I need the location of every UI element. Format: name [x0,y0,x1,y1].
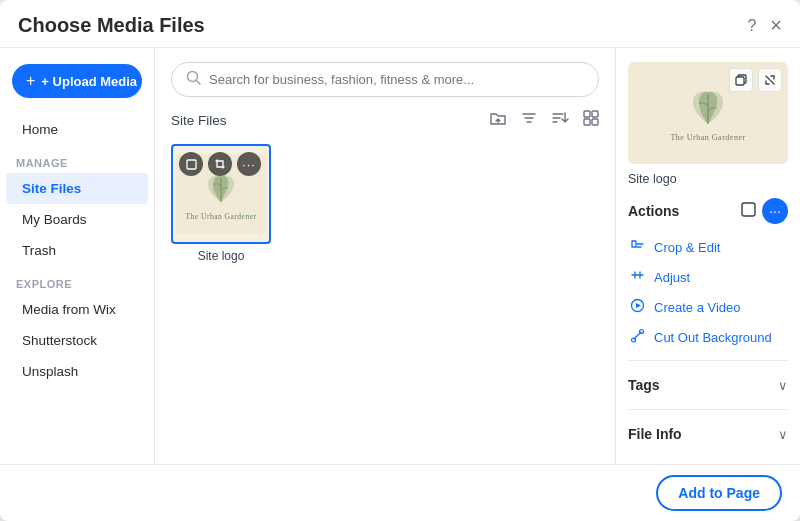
actions-more-button[interactable]: ··· [762,198,788,224]
action-crop-edit[interactable]: Crop & Edit [628,232,788,262]
actions-square-icon[interactable] [741,202,756,220]
sidebar-item-media-from-wix[interactable]: Media from Wix [6,294,148,325]
preview-copy-icon[interactable] [729,68,753,92]
modal-footer: Add to Page [0,464,800,521]
svg-marker-11 [636,303,641,308]
adjust-label: Adjust [654,270,690,285]
files-section-label: Site Files [171,113,227,128]
divider-1 [628,360,788,361]
adjust-icon [628,268,646,286]
thumb-crop-icon[interactable] [208,152,232,176]
svg-rect-5 [592,119,598,125]
preview-label: Site logo [628,172,788,186]
upload-media-button[interactable]: + + Upload Media [12,64,142,98]
main-content: Site Files [155,48,615,464]
site-files-label: Site Files [22,181,81,196]
file-info-label: File Info [628,426,682,442]
media-from-wix-label: Media from Wix [22,302,116,317]
svg-line-1 [197,81,201,85]
divider-2 [628,409,788,410]
tags-chevron-icon: ∨ [778,378,788,393]
thumb-overlay: ··· [173,146,269,182]
crop-edit-icon [628,238,646,256]
help-icon[interactable]: ? [747,17,756,35]
my-boards-label: My Boards [22,212,87,227]
grid-view-icon[interactable] [583,110,599,131]
upload-button-label: + Upload Media [41,74,137,89]
sidebar-item-site-files[interactable]: Site Files [6,173,148,204]
thumb-more-icon[interactable]: ··· [237,152,261,176]
home-label: Home [22,122,58,137]
close-icon[interactable]: × [770,14,782,37]
crop-edit-label: Crop & Edit [654,240,720,255]
svg-point-13 [639,330,643,334]
list-item[interactable]: ··· The Urban G [171,144,271,450]
modal-header: Choose Media Files ? × [0,0,800,48]
trash-label: Trash [22,243,56,258]
preview-logo-text: The Urban Gardener [670,133,745,142]
sidebar-item-home[interactable]: Home [6,114,148,145]
create-video-label: Create a Video [654,300,741,315]
sidebar-item-unsplash[interactable]: Unsplash [6,356,148,387]
tags-section[interactable]: Tags ∨ [628,369,788,401]
sidebar-item-my-boards[interactable]: My Boards [6,204,148,235]
shutterstock-label: Shutterstock [22,333,97,348]
sidebar: + + Upload Media Home MANAGE Site Files … [0,48,155,464]
filter-icon[interactable] [521,110,537,131]
file-thumbnail[interactable]: ··· The Urban G [171,144,271,244]
cut-out-icon [628,328,646,346]
files-toolbar: Site Files [171,109,599,132]
sidebar-item-trash[interactable]: Trash [6,235,148,266]
manage-section-label: MANAGE [0,145,154,173]
preview-expand-icon[interactable] [758,68,782,92]
files-grid: ··· The Urban G [171,144,599,450]
cut-out-background-label: Cut Out Background [654,330,772,345]
preview-box: The Urban Gardener [628,62,788,164]
actions-header-controls: ··· [741,198,788,224]
search-input[interactable] [209,72,584,87]
upload-folder-icon[interactable] [489,109,507,132]
file-item-label: Site logo [198,249,245,263]
thumb-resize-icon[interactable] [179,152,203,176]
svg-rect-6 [187,160,196,169]
upload-plus-icon: + [26,72,35,90]
logo-text: The Urban Gardener [185,212,256,221]
tags-label: Tags [628,377,660,393]
action-create-video[interactable]: Create a Video [628,292,788,322]
search-bar[interactable] [171,62,599,97]
preview-leaf-icon [682,84,734,130]
header-icons: ? × [747,14,782,37]
sidebar-item-shutterstock[interactable]: Shutterstock [6,325,148,356]
svg-rect-8 [736,77,744,85]
svg-rect-9 [742,203,755,216]
sort-icon[interactable] [551,110,569,131]
search-icon [186,70,201,89]
preview-top-actions [729,68,782,92]
svg-rect-2 [584,111,590,117]
svg-rect-3 [592,111,598,117]
media-files-modal: Choose Media Files ? × + + Upload Media … [0,0,800,521]
explore-section-label: EXPLORE [0,266,154,294]
actions-header: Actions ··· [628,198,788,224]
file-info-chevron-icon: ∨ [778,427,788,442]
toolbar-icons [489,109,599,132]
action-adjust[interactable]: Adjust [628,262,788,292]
actions-title: Actions [628,203,679,219]
unsplash-label: Unsplash [22,364,78,379]
file-info-section[interactable]: File Info ∨ [628,418,788,450]
add-to-page-button[interactable]: Add to Page [656,475,782,511]
right-panel: The Urban Gardener Site logo Actions ··· [615,48,800,464]
create-video-icon [628,298,646,316]
action-cut-out-background[interactable]: Cut Out Background [628,322,788,352]
modal-body: + + Upload Media Home MANAGE Site Files … [0,48,800,464]
svg-rect-4 [584,119,590,125]
modal-title: Choose Media Files [18,14,205,37]
